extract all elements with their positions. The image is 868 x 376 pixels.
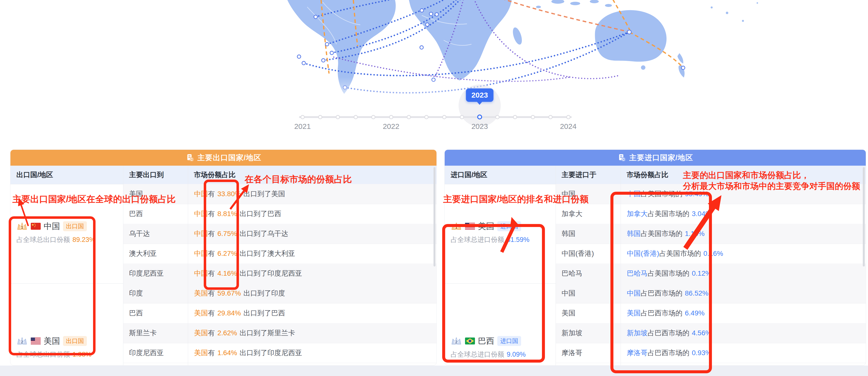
share-percent: 1.19% — [685, 230, 705, 237]
global-share-label: 占全球总进口份额 — [451, 351, 504, 358]
timeline-year-label[interactable]: 2021 — [294, 122, 311, 131]
partner-cell: 美国 — [562, 303, 576, 323]
partner-cell: 韩国 — [562, 224, 576, 243]
share-subject: 中国(香港) — [627, 250, 659, 257]
share-text: 有 — [208, 250, 215, 257]
share-tail: 出口到了巴西 — [243, 309, 285, 317]
flow-endpoints — [297, 9, 685, 89]
timeline-node[interactable] — [495, 115, 499, 119]
share-cell: 新加坡占巴西市场的4.56% — [627, 323, 714, 343]
column-header: 进口国/地区 — [451, 166, 487, 184]
share-percent: 1.64% — [217, 349, 237, 357]
partner-cell: 巴哈马 — [562, 263, 582, 283]
share-percent: 0.93% — [692, 349, 711, 357]
timeline-node[interactable] — [353, 115, 358, 119]
global-share-value: 1.98% — [72, 351, 92, 358]
timeline-node[interactable] — [460, 115, 464, 119]
role-badge: 出口国 — [63, 336, 87, 346]
share-cell: 韩国占美国市场的1.19% — [627, 224, 707, 243]
share-subject: 中国 — [194, 230, 208, 237]
import-table-header: 主要进口国家/地区 — [445, 150, 866, 166]
column-header: 出口国/地区 — [17, 166, 53, 184]
share-percent: 29.84% — [217, 309, 241, 317]
timeline-node[interactable] — [389, 115, 393, 119]
timeline-year-label[interactable]: 2022 — [383, 122, 400, 131]
country-rank-card: 2美国出口国占全球总出口份额1.98% — [17, 336, 92, 359]
timeline-node[interactable] — [442, 115, 446, 119]
share-cell: 美国有29.84%出口到了巴西 — [194, 303, 285, 323]
china-flag-icon — [31, 223, 41, 230]
share-subject: 巴哈马 — [627, 269, 648, 277]
partner-cell: 乌干达 — [129, 224, 150, 243]
timeline-node[interactable] — [513, 115, 517, 119]
annotation-competitor-note-line2: 分析最大市场和市场中的主要竞争对手国的份额 — [683, 180, 860, 192]
share-percent: 4.16% — [217, 269, 237, 277]
share-percent: 8.81% — [217, 210, 237, 218]
export-table-body: 美国中国有33.80%出口到了美国巴西中国有8.81%出口到了巴西乌干达中国有6… — [10, 184, 436, 365]
madagascar-shape — [511, 26, 524, 46]
share-subject: 中国 — [627, 289, 641, 297]
timeline-node[interactable] — [336, 115, 340, 119]
share-tail: 出口到了印度尼西亚 — [240, 349, 302, 357]
usa-flag-icon — [31, 338, 41, 344]
timeline-node[interactable] — [548, 115, 553, 119]
share-percent: 86.52% — [685, 289, 708, 297]
trade-flow-lines — [304, 0, 683, 93]
share-text: 有 — [208, 190, 215, 198]
annotation-competitor-note-line1: 主要的出口国家和市场份额占比， — [683, 170, 809, 181]
global-share-value: 31.59% — [507, 236, 530, 243]
partner-cell: 印度尼西亚 — [129, 343, 164, 363]
scrollbar-thumb[interactable] — [863, 167, 865, 266]
share-text: 占巴西市场的 — [641, 309, 682, 317]
timeline-node[interactable] — [566, 115, 570, 119]
scrollbar-thumb[interactable] — [434, 167, 435, 266]
partner-cell: 摩洛哥 — [562, 343, 582, 363]
global-share-value: 89.23% — [72, 236, 95, 243]
share-text: 有 — [208, 269, 215, 277]
share-percent: 6.27% — [217, 250, 237, 257]
share-text: 占美国市场的 — [648, 269, 689, 277]
row-divider — [556, 363, 866, 363]
column-header: 市场份额占比 — [194, 166, 236, 184]
timeline-year-label[interactable]: 2023 — [471, 122, 488, 131]
import-table-title: 主要进口国家/地区 — [629, 153, 693, 163]
share-subject: 新加坡 — [627, 329, 648, 337]
share-cell: 美国有1.64%出口到了印度尼西亚 — [194, 343, 302, 363]
rank-badge-icon: 1 — [17, 222, 28, 230]
timeline-node-active[interactable] — [477, 115, 482, 119]
share-subject: 中国 — [194, 269, 208, 277]
country-borders — [307, 2, 471, 46]
country-name: 巴西 — [478, 336, 494, 347]
svg-text:2: 2 — [21, 340, 23, 344]
partner-cell: 加拿大 — [562, 204, 582, 224]
share-text: 占美国市场的 — [648, 210, 689, 218]
share-cell: 美国有2.62%出口到了斯里兰卡 — [194, 323, 295, 343]
svg-text:1: 1 — [455, 225, 457, 230]
timeline-node[interactable] — [318, 115, 322, 119]
share-percent: 0.12% — [692, 269, 711, 277]
svg-text:2: 2 — [455, 340, 457, 344]
partner-cell: 澳大利亚 — [129, 243, 157, 263]
rank-badge-icon: 2 — [17, 337, 28, 345]
country-rank-card: 1中国出口国占全球总出口份额89.23% — [17, 221, 95, 244]
rank-badge-icon: 2 — [451, 337, 462, 345]
partner-cell: 中国(香港) — [562, 243, 594, 263]
timeline-year-label[interactable]: 2024 — [560, 122, 577, 131]
timeline-node[interactable] — [371, 115, 375, 119]
row-divider — [123, 363, 437, 363]
timeline-node[interactable] — [407, 115, 411, 119]
share-subject: 中国 — [627, 190, 641, 198]
share-subject: 摩洛哥 — [627, 349, 648, 357]
global-share-label: 占全球总进口份额 — [451, 236, 504, 243]
timeline-node[interactable] — [531, 115, 535, 119]
timeline-node[interactable] — [301, 115, 305, 119]
share-percent: 33.80% — [217, 190, 241, 198]
share-cell: 中国有4.16%出口到了印度尼西亚 — [194, 263, 302, 283]
timeline-node[interactable] — [424, 115, 429, 119]
page-footer-strip — [0, 366, 868, 376]
share-subject: 中国 — [194, 210, 208, 218]
share-text: 占巴西市场的 — [641, 289, 682, 297]
share-cell: 中国占巴西市场的86.52% — [627, 283, 711, 303]
role-badge: 进口国 — [497, 221, 521, 231]
share-cell: 加拿大占美国市场的3.04% — [627, 204, 714, 224]
